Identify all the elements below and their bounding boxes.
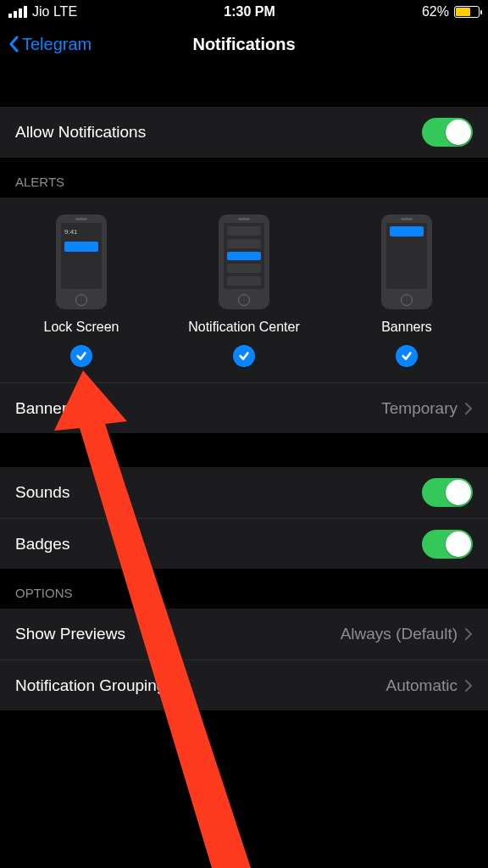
row-allow-notifications: Allow Notifications — [0, 107, 488, 158]
spacer — [0, 433, 488, 467]
badges-label: Badges — [15, 535, 69, 554]
row-show-previews[interactable]: Show Previews Always (Default) — [0, 609, 488, 659]
preview-time: 9:41 — [64, 228, 78, 236]
back-label: Telegram — [22, 35, 92, 54]
status-right: 62% — [422, 4, 480, 19]
row-banner-style[interactable]: Banner Style Temporary — [0, 382, 488, 433]
spacer — [0, 64, 488, 107]
notification-center-label: Notification Center — [188, 320, 300, 335]
sounds-label: Sounds — [15, 483, 69, 502]
chevron-right-icon — [464, 679, 473, 693]
row-badges: Badges — [0, 518, 488, 569]
alerts-group: 9:41 Lock Screen Notification Center — [0, 198, 488, 382]
alert-notification-center[interactable]: Notification Center — [163, 214, 325, 367]
banner-style-value-text: Temporary — [381, 399, 458, 418]
banners-label: Banners — [381, 320, 432, 335]
battery-icon — [454, 6, 480, 18]
allow-notifications-label: Allow Notifications — [15, 123, 146, 142]
lock-screen-check-icon[interactable] — [70, 345, 92, 367]
status-bar: Jio LTE 1:30 PM 62% — [0, 0, 488, 24]
section-header-alerts: ALERTS — [0, 158, 488, 198]
lock-screen-preview-icon: 9:41 — [56, 214, 107, 309]
banner-style-label: Banner Style — [15, 399, 108, 418]
lock-screen-label: Lock Screen — [44, 320, 119, 335]
row-sounds: Sounds — [0, 467, 488, 518]
sounds-toggle[interactable] — [422, 478, 473, 507]
status-left: Jio LTE — [8, 4, 77, 19]
show-previews-value: Always (Default) — [341, 625, 473, 643]
page-title: Notifications — [192, 35, 295, 54]
chevron-left-icon — [8, 36, 19, 53]
notification-grouping-value: Automatic — [386, 676, 473, 695]
show-previews-label: Show Previews — [15, 625, 125, 643]
chevron-right-icon — [464, 627, 473, 641]
notification-center-preview-icon — [219, 214, 269, 309]
nav-bar: Telegram Notifications — [0, 24, 488, 64]
banner-style-value: Temporary — [381, 399, 473, 418]
battery-percent: 62% — [422, 4, 449, 19]
banners-check-icon[interactable] — [396, 345, 418, 367]
row-notification-grouping[interactable]: Notification Grouping Automatic — [0, 659, 488, 710]
alert-banners[interactable]: Banners — [325, 214, 488, 367]
notification-grouping-value-text: Automatic — [386, 676, 458, 695]
carrier-label: Jio LTE — [32, 4, 77, 19]
show-previews-value-text: Always (Default) — [341, 625, 458, 643]
notification-grouping-label: Notification Grouping — [15, 676, 165, 695]
section-header-options: OPTIONS — [0, 569, 488, 609]
alert-lock-screen[interactable]: 9:41 Lock Screen — [0, 214, 163, 367]
allow-notifications-toggle[interactable] — [422, 118, 473, 147]
chevron-right-icon — [464, 402, 473, 415]
banners-preview-icon — [381, 214, 432, 309]
notification-center-check-icon[interactable] — [233, 345, 255, 367]
badges-toggle[interactable] — [422, 530, 473, 559]
status-time: 1:30 PM — [224, 4, 274, 19]
back-button[interactable]: Telegram — [8, 24, 92, 64]
signal-icon — [8, 6, 27, 18]
